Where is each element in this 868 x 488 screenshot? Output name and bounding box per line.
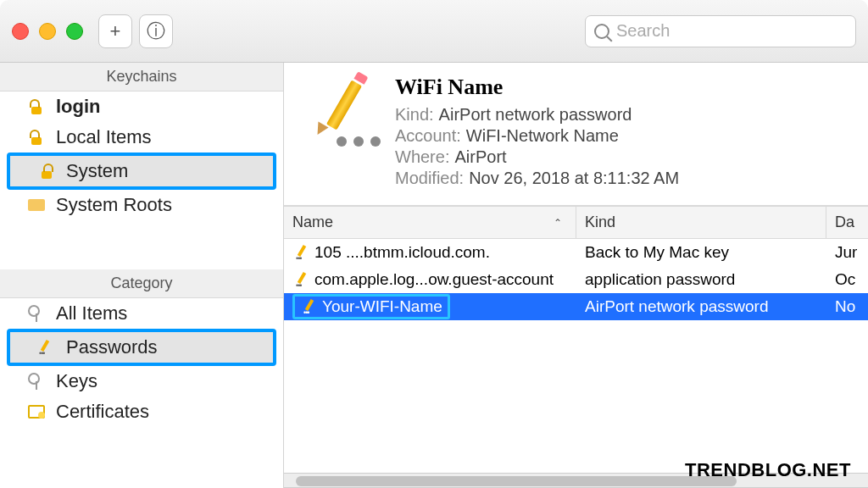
column-header-name[interactable]: Name ⌃ (284, 207, 576, 238)
sort-ascending-icon: ⌃ (554, 217, 562, 229)
pencil-icon: ••• (36, 336, 58, 358)
sidebar-item-label: login (56, 96, 101, 118)
account-label: Account: (395, 126, 461, 145)
sidebar-item-label: Certificates (56, 401, 149, 423)
kind-label: Kind: (395, 105, 434, 124)
sidebar-cat-certificates[interactable]: Certificates (0, 396, 283, 427)
pencil-icon: ••• (292, 245, 308, 260)
table-row[interactable]: •••com.apple.log...ow.guest-account appl… (284, 266, 868, 293)
cell-kind: Back to My Mac key (576, 243, 826, 262)
folder-icon (25, 194, 47, 216)
minimize-icon[interactable] (39, 23, 56, 40)
modified-value: Nov 26, 2018 at 8:11:32 AM (469, 169, 679, 187)
search-placeholder: Search (616, 21, 670, 41)
sidebar-section-category: Category (0, 269, 283, 298)
modified-label: Modified: (395, 169, 464, 187)
column-header-kind[interactable]: Kind (576, 207, 826, 238)
titlebar: + ⓘ Search (0, 0, 868, 63)
annotation-box-system: System (7, 152, 276, 190)
sidebar-item-label: All Items (56, 302, 127, 324)
close-icon[interactable] (12, 23, 29, 40)
keys-icon (25, 302, 47, 324)
sidebar-cat-passwords[interactable]: ••• Passwords (10, 332, 273, 363)
password-icon (299, 75, 371, 147)
add-button[interactable]: + (98, 14, 132, 48)
window-controls (12, 23, 83, 40)
main-pane: WiFi Name Kind:AirPort network password … (284, 63, 868, 488)
table-row-selected[interactable]: ••• Your-WIFI-Name AirPort network passw… (284, 293, 868, 320)
where-value: AirPort (454, 147, 506, 166)
annotation-box-wifi-name: ••• Your-WIFI-Name (292, 294, 450, 319)
sidebar-item-local-items[interactable]: Local Items (0, 122, 283, 152)
detail-metadata: WiFi Name Kind:AirPort network password … (395, 75, 679, 190)
cell-date: Oc (826, 270, 868, 289)
cell-name: Your-WIFI-Name (322, 297, 442, 316)
scrollbar-thumb[interactable] (296, 476, 737, 486)
sidebar-cat-keys[interactable]: Keys (0, 366, 283, 396)
cell-name: com.apple.log...ow.guest-account (314, 270, 554, 289)
sidebar-item-label: System Roots (56, 194, 172, 216)
table-body: •••105 ....btmm.icloud.com. Back to My M… (284, 239, 868, 353)
unlock-icon (25, 96, 47, 118)
watermark: TRENDBLOG.NET (685, 459, 851, 481)
sidebar-cat-all-items[interactable]: All Items (0, 298, 283, 329)
sidebar-item-system[interactable]: System (10, 156, 273, 186)
unlock-icon (25, 126, 47, 148)
zoom-icon[interactable] (66, 23, 83, 40)
annotation-box-passwords: ••• Passwords (7, 329, 276, 366)
key-icon (25, 370, 47, 392)
where-label: Where: (395, 147, 449, 166)
cell-name: 105 ....btmm.icloud.com. (314, 243, 490, 262)
column-header-date[interactable]: Da (826, 207, 868, 238)
sidebar: Keychains login Local Items System Syste… (0, 63, 284, 488)
cell-date: No (826, 297, 868, 316)
info-button[interactable]: ⓘ (139, 14, 173, 48)
lock-icon (36, 160, 58, 182)
cell-kind: application password (576, 270, 826, 289)
detail-panel: WiFi Name Kind:AirPort network password … (284, 63, 868, 206)
detail-title: WiFi Name (395, 75, 679, 100)
sidebar-item-system-roots[interactable]: System Roots (0, 190, 283, 220)
table-row[interactable]: •••105 ....btmm.icloud.com. Back to My M… (284, 239, 868, 266)
cell-kind: AirPort network password (576, 297, 826, 316)
sidebar-item-label: Keys (56, 370, 97, 392)
sidebar-section-keychains: Keychains (0, 63, 283, 92)
sidebar-item-label: Passwords (66, 336, 158, 358)
sidebar-item-login[interactable]: login (0, 92, 283, 122)
search-icon (594, 24, 609, 39)
sidebar-item-label: System (66, 160, 128, 182)
kind-value: AirPort network password (439, 105, 632, 124)
table-header: Name ⌃ Kind Da (284, 206, 868, 239)
pencil-icon: ••• (292, 272, 308, 287)
cell-date: Jur (826, 243, 868, 262)
pencil-icon: ••• (300, 299, 315, 314)
search-input[interactable]: Search (585, 15, 856, 47)
sidebar-item-label: Local Items (56, 126, 152, 148)
account-value: WiFI-Network Name (466, 126, 619, 145)
certificate-icon (25, 401, 47, 423)
